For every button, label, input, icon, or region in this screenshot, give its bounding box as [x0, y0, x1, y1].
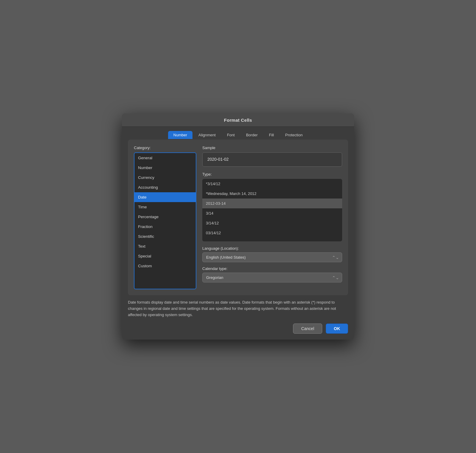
- tab-fill[interactable]: Fill: [264, 131, 279, 139]
- tab-font[interactable]: Font: [222, 131, 240, 139]
- type-item-t5[interactable]: 3/14/12: [202, 218, 342, 228]
- language-label: Language (Location):: [202, 246, 342, 251]
- buttons-row: Cancel OK: [122, 324, 354, 334]
- calendar-label: Calendar type:: [202, 266, 342, 271]
- format-cells-dialog: Format Cells NumberAlignmentFontBorderFi…: [122, 113, 354, 339]
- category-list: GeneralNumberCurrencyAccountingDateTimeP…: [134, 152, 196, 289]
- dialog-title: Format Cells: [224, 118, 252, 123]
- category-item-date[interactable]: Date: [134, 192, 196, 202]
- title-bar: Format Cells: [122, 113, 354, 127]
- type-list: *3/14/12*Wednesday, March 14, 20122012-0…: [202, 179, 342, 241]
- type-item-t6[interactable]: 03/14/12: [202, 228, 342, 238]
- language-select[interactable]: English (United States)English (UK)Frenc…: [202, 252, 342, 262]
- category-item-currency[interactable]: Currency: [134, 173, 196, 182]
- tab-alignment[interactable]: Alignment: [193, 131, 221, 139]
- calendar-select[interactable]: GregorianIslamicHebrewJapanese: [202, 273, 342, 282]
- type-item-t7[interactable]: 14-Mar: [202, 238, 342, 241]
- type-item-t1[interactable]: *3/14/12: [202, 179, 342, 189]
- sample-label: Sample: [202, 146, 342, 150]
- tab-number[interactable]: Number: [168, 131, 192, 139]
- category-item-special[interactable]: Special: [134, 251, 196, 261]
- tab-protection[interactable]: Protection: [280, 131, 308, 139]
- cancel-button[interactable]: Cancel: [293, 324, 322, 334]
- category-item-number[interactable]: Number: [134, 163, 196, 173]
- category-item-time[interactable]: Time: [134, 202, 196, 212]
- sample-box: 2020-01-02: [202, 152, 342, 167]
- language-wrapper: English (United States)English (UK)Frenc…: [202, 252, 342, 262]
- main-layout: Category: GeneralNumberCurrencyAccountin…: [134, 146, 342, 289]
- content-area: Category: GeneralNumberCurrencyAccountin…: [128, 140, 348, 295]
- calendar-wrapper: GregorianIslamicHebrewJapanese ⌃⌄: [202, 273, 342, 282]
- category-label: Category:: [134, 146, 196, 150]
- category-item-general[interactable]: General: [134, 153, 196, 163]
- category-item-scientific[interactable]: Scientific: [134, 232, 196, 241]
- type-item-t4[interactable]: 3/14: [202, 208, 342, 218]
- right-panel: Sample 2020-01-02 Type: *3/14/12*Wednesd…: [202, 146, 342, 289]
- left-panel: Category: GeneralNumberCurrencyAccountin…: [134, 146, 196, 289]
- ok-button[interactable]: OK: [326, 324, 348, 334]
- type-item-t3[interactable]: 2012-03-14: [202, 199, 342, 208]
- category-item-percentage[interactable]: Percentage: [134, 212, 196, 222]
- category-item-custom[interactable]: Custom: [134, 261, 196, 271]
- category-item-fraction[interactable]: Fraction: [134, 222, 196, 232]
- description-area: Date formats display date and time seria…: [128, 299, 348, 318]
- type-item-t2[interactable]: *Wednesday, March 14, 2012: [202, 189, 342, 199]
- category-item-text[interactable]: Text: [134, 241, 196, 251]
- type-label: Type:: [202, 172, 342, 176]
- tab-border[interactable]: Border: [241, 131, 263, 139]
- tab-bar: NumberAlignmentFontBorderFillProtection: [122, 127, 354, 139]
- category-item-accounting[interactable]: Accounting: [134, 182, 196, 192]
